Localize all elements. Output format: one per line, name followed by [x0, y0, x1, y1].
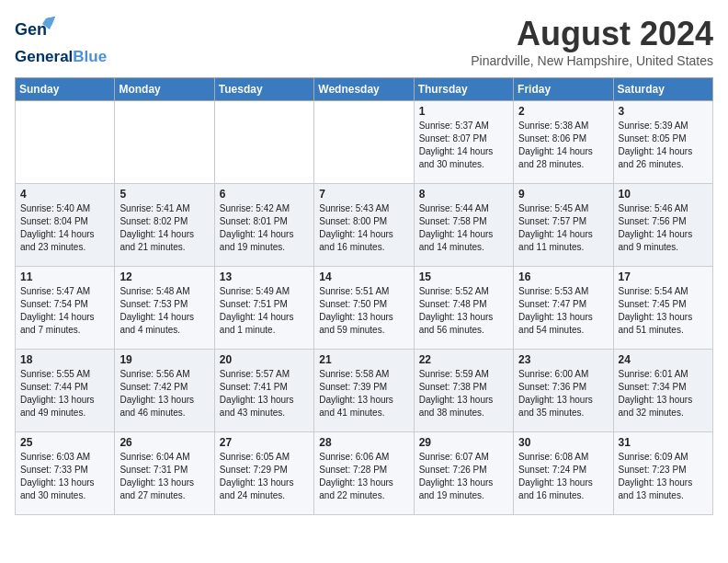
day-info: Sunrise: 5:48 AM Sunset: 7:53 PM Dayligh… — [119, 285, 209, 337]
calendar-cell: 12Sunrise: 5:48 AM Sunset: 7:53 PM Dayli… — [115, 267, 214, 350]
logo-general: General — [15, 48, 73, 66]
calendar-week-row: 18Sunrise: 5:55 AM Sunset: 7:44 PM Dayli… — [16, 350, 713, 432]
calendar-cell: 5Sunrise: 5:41 AM Sunset: 8:02 PM Daylig… — [115, 184, 214, 267]
day-info: Sunrise: 6:03 AM Sunset: 7:33 PM Dayligh… — [20, 451, 109, 502]
weekday-header: Saturday — [613, 78, 712, 101]
weekday-header: Monday — [115, 78, 214, 101]
day-info: Sunrise: 5:39 AM Sunset: 8:05 PM Dayligh… — [619, 120, 708, 171]
day-number: 8 — [419, 188, 508, 201]
weekday-header: Wednesday — [314, 78, 414, 101]
day-info: Sunrise: 6:09 AM Sunset: 7:23 PM Dayligh… — [619, 451, 708, 502]
day-number: 31 — [619, 436, 708, 449]
calendar-cell: 28Sunrise: 6:06 AM Sunset: 7:28 PM Dayli… — [314, 432, 414, 515]
calendar-cell: 16Sunrise: 5:53 AM Sunset: 7:47 PM Dayli… — [514, 267, 613, 350]
day-number: 20 — [220, 353, 309, 366]
calendar-cell: 14Sunrise: 5:51 AM Sunset: 7:50 PM Dayli… — [314, 267, 414, 350]
calendar-cell: 29Sunrise: 6:07 AM Sunset: 7:26 PM Dayli… — [414, 432, 513, 515]
day-info: Sunrise: 5:41 AM Sunset: 8:02 PM Dayligh… — [119, 202, 209, 254]
day-number: 22 — [419, 353, 508, 366]
page-header: Gen General Blue August 2024 Pinardville… — [15, 15, 713, 68]
day-number: 10 — [619, 188, 708, 201]
day-info: Sunrise: 5:56 AM Sunset: 7:42 PM Dayligh… — [119, 368, 209, 419]
calendar-cell: 13Sunrise: 5:49 AM Sunset: 7:51 PM Dayli… — [214, 267, 313, 350]
day-number: 29 — [419, 436, 508, 449]
day-number: 23 — [518, 353, 608, 366]
calendar-cell — [115, 101, 214, 184]
day-info: Sunrise: 5:57 AM Sunset: 7:41 PM Dayligh… — [220, 368, 309, 419]
calendar-cell: 15Sunrise: 5:52 AM Sunset: 7:48 PM Dayli… — [414, 267, 513, 350]
calendar-cell: 8Sunrise: 5:44 AM Sunset: 7:58 PM Daylig… — [414, 184, 513, 267]
day-info: Sunrise: 5:47 AM Sunset: 7:54 PM Dayligh… — [20, 285, 109, 337]
calendar-cell: 26Sunrise: 6:04 AM Sunset: 7:31 PM Dayli… — [115, 432, 214, 515]
day-number: 6 — [220, 188, 309, 201]
calendar-cell — [16, 101, 115, 184]
day-info: Sunrise: 6:01 AM Sunset: 7:34 PM Dayligh… — [619, 368, 708, 419]
calendar-cell — [314, 101, 414, 184]
day-number: 17 — [619, 270, 708, 283]
day-number: 7 — [319, 188, 408, 201]
calendar-cell: 11Sunrise: 5:47 AM Sunset: 7:54 PM Dayli… — [16, 267, 115, 350]
day-info: Sunrise: 6:00 AM Sunset: 7:36 PM Dayligh… — [518, 368, 608, 419]
calendar-cell: 23Sunrise: 6:00 AM Sunset: 7:36 PM Dayli… — [514, 350, 613, 432]
day-info: Sunrise: 5:38 AM Sunset: 8:06 PM Dayligh… — [518, 120, 608, 171]
calendar-cell: 2Sunrise: 5:38 AM Sunset: 8:06 PM Daylig… — [514, 101, 613, 184]
day-number: 4 — [20, 188, 109, 201]
day-number: 15 — [419, 270, 508, 283]
day-number: 24 — [619, 353, 708, 366]
calendar-cell: 24Sunrise: 6:01 AM Sunset: 7:34 PM Dayli… — [613, 350, 712, 432]
day-number: 9 — [518, 188, 608, 201]
weekday-header: Tuesday — [214, 78, 313, 101]
day-number: 19 — [119, 353, 209, 366]
calendar-cell: 3Sunrise: 5:39 AM Sunset: 8:05 PM Daylig… — [613, 101, 712, 184]
day-number: 13 — [220, 270, 309, 283]
day-number: 27 — [220, 436, 309, 449]
weekday-header-row: SundayMondayTuesdayWednesdayThursdayFrid… — [16, 78, 713, 101]
day-info: Sunrise: 5:40 AM Sunset: 8:04 PM Dayligh… — [20, 202, 109, 254]
calendar-cell: 27Sunrise: 6:05 AM Sunset: 7:29 PM Dayli… — [214, 432, 313, 515]
day-info: Sunrise: 5:46 AM Sunset: 7:56 PM Dayligh… — [619, 202, 708, 254]
day-info: Sunrise: 6:06 AM Sunset: 7:28 PM Dayligh… — [319, 451, 408, 502]
day-number: 5 — [119, 188, 209, 201]
calendar-cell: 17Sunrise: 5:54 AM Sunset: 7:45 PM Dayli… — [613, 267, 712, 350]
day-info: Sunrise: 5:52 AM Sunset: 7:48 PM Dayligh… — [419, 285, 508, 337]
day-info: Sunrise: 5:58 AM Sunset: 7:39 PM Dayligh… — [319, 368, 408, 419]
day-info: Sunrise: 6:08 AM Sunset: 7:24 PM Dayligh… — [518, 451, 608, 502]
day-number: 30 — [518, 436, 608, 449]
calendar-cell: 1Sunrise: 5:37 AM Sunset: 8:07 PM Daylig… — [414, 101, 513, 184]
day-number: 14 — [319, 270, 408, 283]
month-year: August 2024 — [471, 15, 713, 53]
calendar-cell: 22Sunrise: 5:59 AM Sunset: 7:38 PM Dayli… — [414, 350, 513, 432]
day-info: Sunrise: 5:59 AM Sunset: 7:38 PM Dayligh… — [419, 368, 508, 419]
day-number: 21 — [319, 353, 408, 366]
day-info: Sunrise: 5:45 AM Sunset: 7:57 PM Dayligh… — [518, 202, 608, 254]
location: Pinardville, New Hampshire, United State… — [471, 53, 713, 68]
calendar-cell: 10Sunrise: 5:46 AM Sunset: 7:56 PM Dayli… — [613, 184, 712, 267]
calendar-cell: 31Sunrise: 6:09 AM Sunset: 7:23 PM Dayli… — [613, 432, 712, 515]
calendar-cell: 21Sunrise: 5:58 AM Sunset: 7:39 PM Dayli… — [314, 350, 414, 432]
day-info: Sunrise: 5:54 AM Sunset: 7:45 PM Dayligh… — [619, 285, 708, 337]
weekday-header: Sunday — [16, 78, 115, 101]
day-info: Sunrise: 5:44 AM Sunset: 7:58 PM Dayligh… — [419, 202, 508, 254]
calendar-cell — [214, 101, 313, 184]
day-info: Sunrise: 5:53 AM Sunset: 7:47 PM Dayligh… — [518, 285, 608, 337]
day-info: Sunrise: 5:49 AM Sunset: 7:51 PM Dayligh… — [220, 285, 309, 337]
calendar-week-row: 11Sunrise: 5:47 AM Sunset: 7:54 PM Dayli… — [16, 267, 713, 350]
day-number: 26 — [119, 436, 209, 449]
day-number: 1 — [419, 105, 508, 118]
calendar-cell: 6Sunrise: 5:42 AM Sunset: 8:01 PM Daylig… — [214, 184, 313, 267]
calendar-cell: 9Sunrise: 5:45 AM Sunset: 7:57 PM Daylig… — [514, 184, 613, 267]
calendar-cell: 18Sunrise: 5:55 AM Sunset: 7:44 PM Dayli… — [16, 350, 115, 432]
day-number: 12 — [119, 270, 209, 283]
weekday-header: Thursday — [414, 78, 513, 101]
day-info: Sunrise: 5:42 AM Sunset: 8:01 PM Dayligh… — [220, 202, 309, 254]
logo: Gen General Blue — [15, 15, 107, 66]
day-info: Sunrise: 6:05 AM Sunset: 7:29 PM Dayligh… — [220, 451, 309, 502]
calendar-cell: 25Sunrise: 6:03 AM Sunset: 7:33 PM Dayli… — [16, 432, 115, 515]
calendar-cell: 20Sunrise: 5:57 AM Sunset: 7:41 PM Dayli… — [214, 350, 313, 432]
calendar-week-row: 1Sunrise: 5:37 AM Sunset: 8:07 PM Daylig… — [16, 101, 713, 184]
day-number: 11 — [20, 270, 109, 283]
day-info: Sunrise: 5:55 AM Sunset: 7:44 PM Dayligh… — [20, 368, 109, 419]
calendar-table: SundayMondayTuesdayWednesdayThursdayFrid… — [15, 77, 713, 515]
day-info: Sunrise: 5:43 AM Sunset: 8:00 PM Dayligh… — [319, 202, 408, 254]
calendar-week-row: 25Sunrise: 6:03 AM Sunset: 7:33 PM Dayli… — [16, 432, 713, 515]
